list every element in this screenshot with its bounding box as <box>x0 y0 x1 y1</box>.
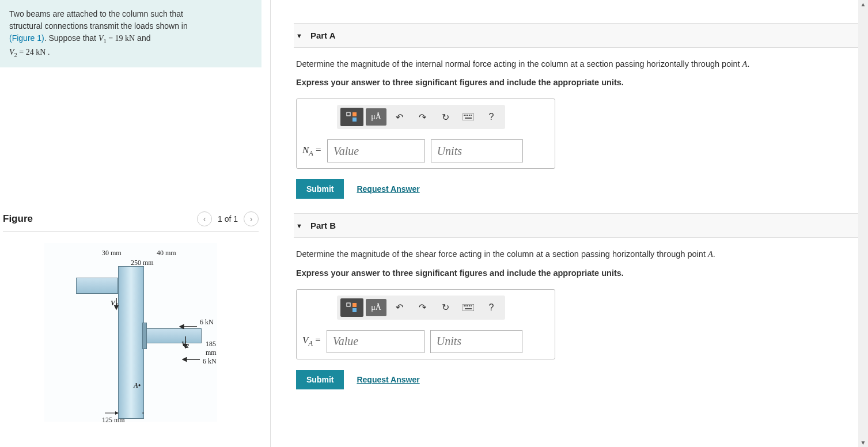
part-a-toolbar: μÅ ↶ ↷ ↻ ? <box>337 105 505 129</box>
dim-250mm: 250 mm <box>131 259 154 267</box>
figure-prev-button[interactable]: ‹ <box>197 211 212 226</box>
problem-text-1: Two beams are attached to the column suc… <box>9 9 183 18</box>
vertical-scrollbar[interactable]: ▲ ▼ <box>858 0 868 447</box>
part-b-toolbar: μÅ ↶ ↷ ↻ ? <box>337 296 505 320</box>
svg-rect-12 <box>467 115 468 116</box>
and-text: and <box>135 33 150 43</box>
part-b-submit-button[interactable]: Submit <box>296 370 344 389</box>
redo-button[interactable]: ↷ <box>412 108 433 126</box>
dim-185mm: 185 mm <box>206 340 217 357</box>
svg-rect-19 <box>463 304 474 311</box>
part-b-var-label: VA = <box>302 335 321 348</box>
part-a-units-input[interactable] <box>431 139 523 162</box>
v1-label: V1 <box>111 299 118 308</box>
dim-30mm: 30 mm <box>102 249 122 257</box>
part-a-answer-row: NA = <box>302 139 549 162</box>
part-a-var-label: NA = <box>302 145 321 158</box>
svg-rect-10 <box>464 115 465 116</box>
part-b-answer-box: μÅ ↶ ↷ ↻ ? VA = <box>296 289 555 359</box>
problem-statement: Two beams are attached to the column suc… <box>0 0 261 67</box>
part-a-submit-button[interactable]: Submit <box>296 179 344 199</box>
part-a-header[interactable]: ▼ Part A <box>294 23 859 48</box>
part-a-instruction: Express your answer to three significant… <box>296 78 857 87</box>
part-b-request-answer[interactable]: Request Answer <box>357 375 419 384</box>
collapse-icon: ▼ <box>296 222 302 229</box>
point-a: A• <box>134 381 141 390</box>
right-panel: ▼ Part A Determine the magnitude of the … <box>271 0 868 447</box>
figure-section: Figure ‹ 1 of 1 › 30 mm 40 mm 250 mm V1 … <box>0 211 261 422</box>
part-b-title: Part B <box>310 221 336 230</box>
scroll-up-icon[interactable]: ▲ <box>861 1 866 7</box>
dim-125mm: 125 mm <box>102 416 125 425</box>
svg-rect-6 <box>347 112 350 116</box>
figure-link[interactable]: (Figure 1) <box>9 33 44 43</box>
problem-text-2: structural connections transmit the load… <box>9 21 188 31</box>
template-icon[interactable] <box>340 108 363 126</box>
svg-rect-11 <box>465 115 467 116</box>
svg-rect-16 <box>347 303 350 306</box>
part-b-answer-row: VA = <box>302 330 549 353</box>
part-b-units-input[interactable] <box>430 330 522 353</box>
undo-button[interactable]: ↶ <box>389 299 410 316</box>
reset-button[interactable]: ↻ <box>435 299 456 316</box>
svg-rect-25 <box>465 308 472 309</box>
help-button[interactable]: ? <box>481 299 502 316</box>
svg-rect-23 <box>469 305 470 306</box>
help-button[interactable]: ? <box>481 108 502 126</box>
period: . <box>48 47 50 56</box>
v2-unit: kN <box>34 48 48 56</box>
svg-rect-7 <box>352 112 357 116</box>
force-6kn-bottom: 6 kN <box>203 357 217 366</box>
eq1: = <box>107 34 115 43</box>
svg-rect-9 <box>463 113 474 120</box>
part-a-title: Part A <box>310 31 336 40</box>
keyboard-button[interactable] <box>458 299 479 316</box>
special-chars-button[interactable]: μÅ <box>366 299 386 316</box>
part-a-value-input[interactable] <box>327 139 425 162</box>
part-a-answer-box: μÅ ↶ ↷ ↻ ? NA = <box>296 99 555 169</box>
v1-value: 19 <box>115 34 123 43</box>
figure-next-button[interactable]: › <box>244 211 259 226</box>
scroll-down-icon[interactable]: ▼ <box>861 440 866 446</box>
svg-rect-15 <box>465 118 472 119</box>
figure-diagram: 30 mm 40 mm 250 mm V1 6 kN V2 185 mm 6 k… <box>44 243 217 422</box>
redo-button[interactable]: ↷ <box>412 299 433 316</box>
svg-rect-24 <box>471 305 472 306</box>
svg-rect-17 <box>352 303 357 307</box>
part-a-submit-row: Submit Request Answer <box>296 179 857 199</box>
part-b-section: ▼ Part B Determine the magnitude of the … <box>294 213 859 389</box>
force-6kn-top: 6 kN <box>200 318 214 327</box>
v2-label: V2 <box>181 340 189 349</box>
part-b-submit-row: Submit Request Answer <box>296 370 857 389</box>
keyboard-button[interactable] <box>458 108 479 126</box>
reset-button[interactable]: ↻ <box>435 108 456 126</box>
part-b-question: Determine the magnitude of the shear for… <box>296 248 857 260</box>
part-a-question: Determine the magnitude of the internal … <box>296 58 857 70</box>
figure-page: 1 of 1 <box>218 214 238 223</box>
part-b-instruction: Express your answer to three significant… <box>296 268 857 278</box>
figure-header: Figure ‹ 1 of 1 › <box>3 211 259 232</box>
left-panel: Two beams are attached to the column suc… <box>0 0 271 447</box>
part-a-section: ▼ Part A Determine the magnitude of the … <box>294 23 859 199</box>
svg-rect-18 <box>352 308 357 312</box>
undo-button[interactable]: ↶ <box>389 108 410 126</box>
part-a-request-answer[interactable]: Request Answer <box>357 184 419 194</box>
part-b-value-input[interactable] <box>327 330 424 353</box>
svg-rect-8 <box>352 118 357 122</box>
figure-nav: ‹ 1 of 1 › <box>197 211 259 226</box>
figure-title: Figure <box>3 213 33 225</box>
dim-40mm: 40 mm <box>157 249 176 257</box>
svg-rect-20 <box>464 305 465 306</box>
svg-rect-13 <box>469 115 470 116</box>
svg-rect-22 <box>467 305 468 306</box>
svg-rect-14 <box>471 115 472 116</box>
template-icon[interactable] <box>340 298 363 317</box>
svg-rect-21 <box>465 305 467 306</box>
special-chars-button[interactable]: μÅ <box>366 108 386 126</box>
v1-unit: kN <box>123 34 135 43</box>
v2-var: V <box>9 48 14 56</box>
v2-value: 24 <box>26 48 34 56</box>
part-b-body: Determine the magnitude of the shear for… <box>294 238 859 389</box>
part-a-body: Determine the magnitude of the internal … <box>294 48 859 199</box>
part-b-header[interactable]: ▼ Part B <box>294 213 859 238</box>
